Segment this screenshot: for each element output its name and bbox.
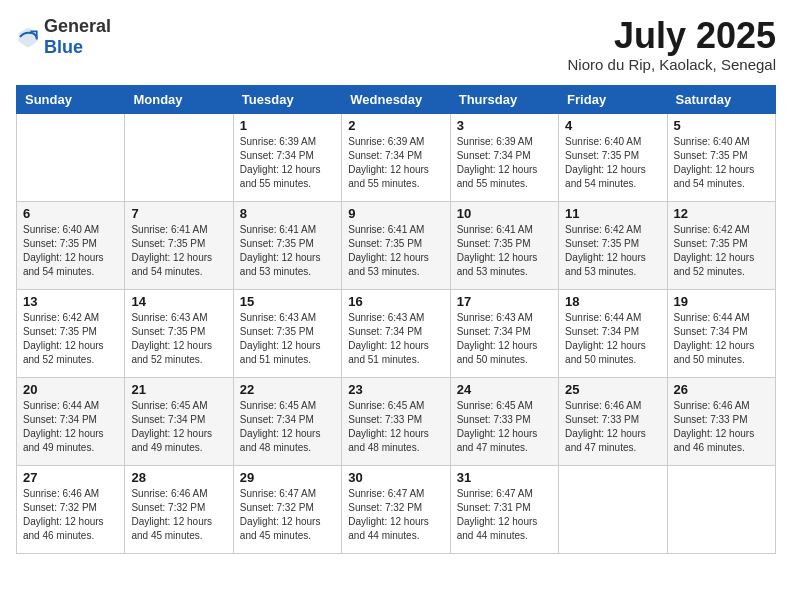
day-number: 17 [457,294,552,309]
day-info: Sunrise: 6:45 AM Sunset: 7:33 PM Dayligh… [348,399,443,455]
calendar-cell: 17Sunrise: 6:43 AM Sunset: 7:34 PM Dayli… [450,289,558,377]
title-area: July 2025 Nioro du Rip, Kaolack, Senegal [568,16,776,73]
calendar-cell: 11Sunrise: 6:42 AM Sunset: 7:35 PM Dayli… [559,201,667,289]
day-number: 29 [240,470,335,485]
calendar-cell: 27Sunrise: 6:46 AM Sunset: 7:32 PM Dayli… [17,465,125,553]
day-info: Sunrise: 6:40 AM Sunset: 7:35 PM Dayligh… [565,135,660,191]
day-info: Sunrise: 6:45 AM Sunset: 7:33 PM Dayligh… [457,399,552,455]
calendar-cell [559,465,667,553]
week-row-3: 13Sunrise: 6:42 AM Sunset: 7:35 PM Dayli… [17,289,776,377]
day-number: 15 [240,294,335,309]
calendar-header-sunday: Sunday [17,85,125,113]
calendar-cell: 3Sunrise: 6:39 AM Sunset: 7:34 PM Daylig… [450,113,558,201]
day-info: Sunrise: 6:44 AM Sunset: 7:34 PM Dayligh… [23,399,118,455]
day-number: 24 [457,382,552,397]
calendar-cell: 8Sunrise: 6:41 AM Sunset: 7:35 PM Daylig… [233,201,341,289]
day-info: Sunrise: 6:44 AM Sunset: 7:34 PM Dayligh… [674,311,769,367]
day-number: 19 [674,294,769,309]
day-number: 18 [565,294,660,309]
day-number: 10 [457,206,552,221]
calendar-header-row: SundayMondayTuesdayWednesdayThursdayFrid… [17,85,776,113]
calendar-cell: 31Sunrise: 6:47 AM Sunset: 7:31 PM Dayli… [450,465,558,553]
calendar-header-saturday: Saturday [667,85,775,113]
day-number: 3 [457,118,552,133]
month-title: July 2025 [568,16,776,56]
day-number: 27 [23,470,118,485]
calendar-cell: 2Sunrise: 6:39 AM Sunset: 7:34 PM Daylig… [342,113,450,201]
day-info: Sunrise: 6:42 AM Sunset: 7:35 PM Dayligh… [23,311,118,367]
calendar-cell [125,113,233,201]
week-row-5: 27Sunrise: 6:46 AM Sunset: 7:32 PM Dayli… [17,465,776,553]
calendar-header-tuesday: Tuesday [233,85,341,113]
day-number: 11 [565,206,660,221]
day-info: Sunrise: 6:41 AM Sunset: 7:35 PM Dayligh… [348,223,443,279]
day-info: Sunrise: 6:46 AM Sunset: 7:33 PM Dayligh… [674,399,769,455]
day-info: Sunrise: 6:45 AM Sunset: 7:34 PM Dayligh… [240,399,335,455]
logo-icon [16,25,40,49]
day-info: Sunrise: 6:40 AM Sunset: 7:35 PM Dayligh… [23,223,118,279]
calendar-cell: 21Sunrise: 6:45 AM Sunset: 7:34 PM Dayli… [125,377,233,465]
calendar-cell: 26Sunrise: 6:46 AM Sunset: 7:33 PM Dayli… [667,377,775,465]
day-number: 21 [131,382,226,397]
day-info: Sunrise: 6:46 AM Sunset: 7:32 PM Dayligh… [131,487,226,543]
calendar-cell [17,113,125,201]
calendar-cell: 20Sunrise: 6:44 AM Sunset: 7:34 PM Dayli… [17,377,125,465]
day-number: 2 [348,118,443,133]
calendar-cell: 28Sunrise: 6:46 AM Sunset: 7:32 PM Dayli… [125,465,233,553]
day-number: 26 [674,382,769,397]
day-number: 16 [348,294,443,309]
day-number: 30 [348,470,443,485]
day-number: 28 [131,470,226,485]
day-info: Sunrise: 6:44 AM Sunset: 7:34 PM Dayligh… [565,311,660,367]
day-info: Sunrise: 6:46 AM Sunset: 7:32 PM Dayligh… [23,487,118,543]
logo-blue-text: Blue [44,37,83,57]
week-row-2: 6Sunrise: 6:40 AM Sunset: 7:35 PM Daylig… [17,201,776,289]
week-row-1: 1Sunrise: 6:39 AM Sunset: 7:34 PM Daylig… [17,113,776,201]
calendar-header-wednesday: Wednesday [342,85,450,113]
day-info: Sunrise: 6:41 AM Sunset: 7:35 PM Dayligh… [131,223,226,279]
day-info: Sunrise: 6:39 AM Sunset: 7:34 PM Dayligh… [457,135,552,191]
logo: General Blue [16,16,111,58]
location-title: Nioro du Rip, Kaolack, Senegal [568,56,776,73]
day-info: Sunrise: 6:39 AM Sunset: 7:34 PM Dayligh… [240,135,335,191]
day-number: 14 [131,294,226,309]
day-number: 6 [23,206,118,221]
calendar-cell: 6Sunrise: 6:40 AM Sunset: 7:35 PM Daylig… [17,201,125,289]
calendar-cell: 1Sunrise: 6:39 AM Sunset: 7:34 PM Daylig… [233,113,341,201]
calendar-cell: 14Sunrise: 6:43 AM Sunset: 7:35 PM Dayli… [125,289,233,377]
day-info: Sunrise: 6:47 AM Sunset: 7:32 PM Dayligh… [348,487,443,543]
day-number: 1 [240,118,335,133]
day-number: 4 [565,118,660,133]
calendar-header-thursday: Thursday [450,85,558,113]
day-number: 20 [23,382,118,397]
calendar-cell [667,465,775,553]
calendar-cell: 12Sunrise: 6:42 AM Sunset: 7:35 PM Dayli… [667,201,775,289]
calendar-table: SundayMondayTuesdayWednesdayThursdayFrid… [16,85,776,554]
day-number: 31 [457,470,552,485]
day-number: 23 [348,382,443,397]
day-info: Sunrise: 6:40 AM Sunset: 7:35 PM Dayligh… [674,135,769,191]
day-info: Sunrise: 6:46 AM Sunset: 7:33 PM Dayligh… [565,399,660,455]
day-info: Sunrise: 6:47 AM Sunset: 7:31 PM Dayligh… [457,487,552,543]
page-header: General Blue July 2025 Nioro du Rip, Kao… [16,16,776,73]
day-number: 9 [348,206,443,221]
day-info: Sunrise: 6:43 AM Sunset: 7:35 PM Dayligh… [131,311,226,367]
day-number: 25 [565,382,660,397]
day-info: Sunrise: 6:47 AM Sunset: 7:32 PM Dayligh… [240,487,335,543]
day-info: Sunrise: 6:42 AM Sunset: 7:35 PM Dayligh… [674,223,769,279]
calendar-cell: 13Sunrise: 6:42 AM Sunset: 7:35 PM Dayli… [17,289,125,377]
calendar-header-monday: Monday [125,85,233,113]
day-info: Sunrise: 6:43 AM Sunset: 7:34 PM Dayligh… [348,311,443,367]
calendar-cell: 15Sunrise: 6:43 AM Sunset: 7:35 PM Dayli… [233,289,341,377]
calendar-cell: 7Sunrise: 6:41 AM Sunset: 7:35 PM Daylig… [125,201,233,289]
day-number: 22 [240,382,335,397]
calendar-cell: 24Sunrise: 6:45 AM Sunset: 7:33 PM Dayli… [450,377,558,465]
calendar-cell: 18Sunrise: 6:44 AM Sunset: 7:34 PM Dayli… [559,289,667,377]
day-number: 7 [131,206,226,221]
calendar-cell: 22Sunrise: 6:45 AM Sunset: 7:34 PM Dayli… [233,377,341,465]
calendar-cell: 23Sunrise: 6:45 AM Sunset: 7:33 PM Dayli… [342,377,450,465]
day-info: Sunrise: 6:45 AM Sunset: 7:34 PM Dayligh… [131,399,226,455]
week-row-4: 20Sunrise: 6:44 AM Sunset: 7:34 PM Dayli… [17,377,776,465]
day-info: Sunrise: 6:41 AM Sunset: 7:35 PM Dayligh… [457,223,552,279]
calendar-cell: 4Sunrise: 6:40 AM Sunset: 7:35 PM Daylig… [559,113,667,201]
